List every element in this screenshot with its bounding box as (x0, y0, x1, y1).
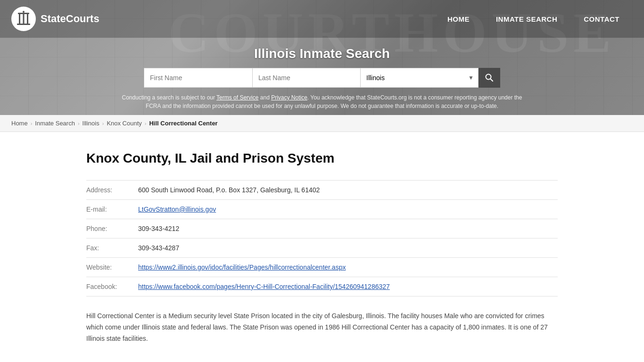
facility-description: Hill Correctional Center is a Medium sec… (86, 311, 558, 344)
nav-inmate-search[interactable]: INMATE SEARCH (483, 0, 570, 38)
svg-rect-3 (23, 14, 25, 24)
first-name-input[interactable] (144, 68, 252, 88)
logo-icon (11, 7, 36, 31)
main-content: Knox County, IL Jail and Prison System A… (49, 132, 595, 362)
breadcrumb-home: Home (11, 120, 28, 127)
nav-home[interactable]: HOME (434, 0, 483, 38)
facebook-link[interactable]: https://www.facebook.com/pages/Henry-C-H… (138, 283, 390, 290)
last-name-input[interactable] (252, 68, 361, 88)
phone-label: Phone: (86, 219, 138, 239)
breadcrumb-hill-correctional: Hill Correctional Center (149, 120, 217, 127)
svg-rect-1 (18, 13, 29, 14)
hero-section: COURTHOUSE StateCourts HOME INMATE SEARC… (0, 0, 644, 115)
address-label: Address: (86, 181, 138, 200)
logo-area: StateCourts (11, 7, 99, 31)
svg-rect-2 (19, 14, 20, 24)
email-link[interactable]: LtGovStratton@illinois.gov (138, 206, 216, 213)
website-value: https://www2.illinois.gov/idoc/facilitie… (138, 258, 558, 277)
breadcrumb-sep-2: › (78, 121, 80, 126)
facility-title: Knox County, IL Jail and Prison System (86, 151, 558, 166)
facility-info-table: Address: 600 South Linwood Road, P.o. Bo… (86, 180, 558, 296)
website-row: Website: https://www2.illinois.gov/idoc/… (86, 258, 558, 277)
terms-link[interactable]: Terms of Service (216, 94, 258, 101)
svg-line-7 (490, 79, 493, 81)
privacy-link[interactable]: Privacy Notice (271, 94, 307, 101)
breadcrumb-illinois: Illinois (83, 120, 99, 127)
nav-contact[interactable]: CONTACT (570, 0, 633, 38)
search-icon (485, 74, 494, 82)
fax-row: Fax: 309-343-4287 (86, 239, 558, 258)
breadcrumb: Home › Inmate Search › Illinois › Knox C… (0, 115, 644, 132)
website-link[interactable]: https://www2.illinois.gov/idoc/facilitie… (138, 263, 346, 271)
facebook-row: Facebook: https://www.facebook.com/pages… (86, 277, 558, 296)
search-section: Illinois Inmate Search Select State Alab… (0, 38, 644, 115)
breadcrumb-inmate-search: Inmate Search (35, 120, 75, 127)
search-bar: Select State Alabama Alaska Arizona Arka… (0, 68, 644, 88)
disclaimer-text: Conducting a search is subject to our Te… (110, 93, 534, 110)
logo-text: StateCourts (41, 13, 99, 25)
breadcrumb-knox-county: Knox County (107, 120, 141, 127)
nav-links: HOME INMATE SEARCH CONTACT (434, 0, 633, 38)
email-row: E-mail: LtGovStratton@illinois.gov (86, 200, 558, 219)
breadcrumb-sep-4: › (145, 121, 147, 126)
fax-label: Fax: (86, 239, 138, 258)
state-select[interactable]: Select State Alabama Alaska Arizona Arka… (361, 68, 479, 88)
address-value: 600 South Linwood Road, P.o. Box 1327, G… (138, 181, 558, 200)
svg-rect-4 (27, 14, 28, 24)
state-select-wrap: Select State Alabama Alaska Arizona Arka… (361, 68, 479, 88)
phone-row: Phone: 309-343-4212 (86, 219, 558, 239)
phone-value: 309-343-4212 (138, 219, 558, 239)
address-row: Address: 600 South Linwood Road, P.o. Bo… (86, 181, 558, 200)
email-value: LtGovStratton@illinois.gov (138, 200, 558, 219)
fax-value: 309-343-4287 (138, 239, 558, 258)
search-button[interactable] (479, 68, 500, 88)
navbar: StateCourts HOME INMATE SEARCH CONTACT (0, 0, 644, 38)
facebook-value: https://www.facebook.com/pages/Henry-C-H… (138, 277, 558, 296)
svg-rect-0 (17, 24, 30, 25)
website-label: Website: (86, 258, 138, 277)
svg-point-5 (23, 11, 25, 13)
breadcrumb-sep-3: › (102, 121, 104, 126)
breadcrumb-sep-1: › (31, 121, 33, 126)
facebook-label: Facebook: (86, 277, 138, 296)
email-label: E-mail: (86, 200, 138, 219)
page-title: Illinois Inmate Search (0, 46, 644, 61)
